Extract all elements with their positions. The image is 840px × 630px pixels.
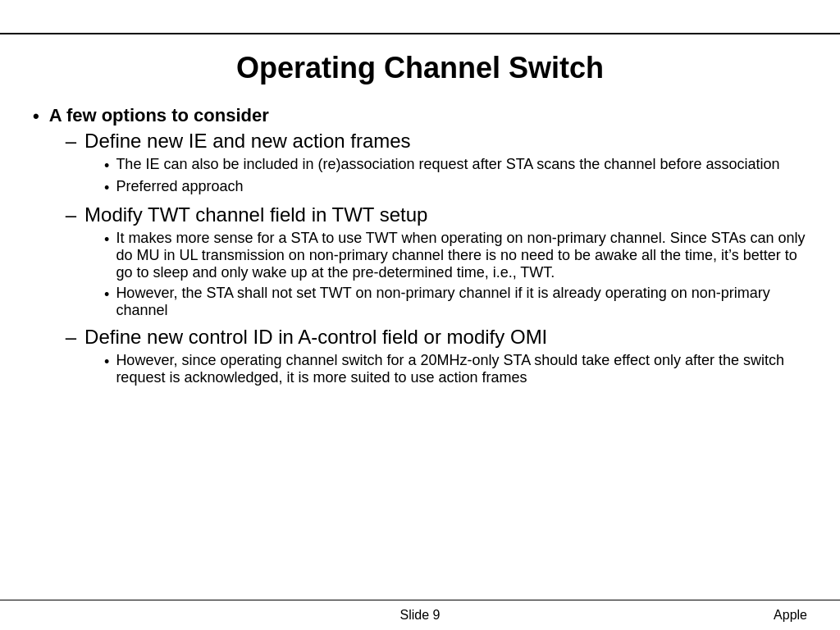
- level2-text: Modify TWT channel field in TWT setup: [84, 203, 427, 226]
- list-item: • It makes more sense for a STA to use T…: [104, 230, 807, 281]
- sub-bullet-icon: •: [104, 231, 109, 249]
- slide-content: • A few options to consider – Define new…: [0, 105, 840, 600]
- level2-list: – Define new IE and new action frames • …: [66, 130, 807, 390]
- sub-bullet-icon: •: [104, 180, 109, 197]
- level2-text: Define new control ID in A-control field…: [84, 326, 547, 348]
- level3-text: However, since operating channel switch …: [116, 352, 807, 386]
- level3-list: • However, since operating channel switc…: [104, 352, 807, 386]
- bullet-icon: •: [33, 106, 39, 127]
- level1-text: A few options to consider: [49, 105, 269, 126]
- top-border: [0, 33, 840, 34]
- list-item: • A few options to consider – Define new…: [33, 105, 807, 393]
- level3-text: The IE can also be included in (re)assoc…: [116, 156, 807, 173]
- list-item: • However, the STA shall not set TWT on …: [104, 285, 807, 319]
- list-item: – Define new IE and new action frames • …: [66, 130, 807, 200]
- level1-list: • A few options to consider – Define new…: [33, 105, 807, 393]
- level3-text: It makes more sense for a STA to use TWT…: [116, 230, 807, 281]
- level1-content: A few options to consider – Define new I…: [49, 105, 807, 393]
- dash-icon: –: [66, 203, 76, 226]
- level3-text: However, the STA shall not set TWT on no…: [116, 285, 807, 319]
- dash-icon: –: [66, 326, 76, 349]
- level3-text: Preferred approach: [116, 178, 807, 195]
- slide-container: Operating Channel Switch • A few options…: [0, 0, 840, 630]
- slide-footer: Slide 9 Apple: [0, 600, 840, 630]
- list-item: – Modify TWT channel field in TWT setup …: [66, 203, 807, 322]
- dash-icon: –: [66, 130, 76, 153]
- sub-bullet-icon: •: [104, 354, 109, 371]
- level3-list: • It makes more sense for a STA to use T…: [104, 230, 807, 319]
- list-item: • Preferred approach: [104, 178, 807, 197]
- level2-text: Define new IE and new action frames: [84, 130, 411, 152]
- slide-number: Slide 9: [400, 608, 441, 623]
- level2-content: Define new control ID in A-control field…: [84, 326, 807, 390]
- level2-content: Modify TWT channel field in TWT setup • …: [84, 203, 807, 322]
- list-item: • The IE can also be included in (re)ass…: [104, 156, 807, 175]
- level2-content: Define new IE and new action frames • Th…: [84, 130, 807, 200]
- company-name: Apple: [774, 608, 807, 623]
- sub-bullet-icon: •: [104, 286, 109, 304]
- list-item: – Define new control ID in A-control fie…: [66, 326, 807, 390]
- slide-title: Operating Channel Switch: [0, 51, 840, 85]
- level3-list: • The IE can also be included in (re)ass…: [104, 156, 807, 197]
- sub-bullet-icon: •: [104, 158, 109, 175]
- list-item: • However, since operating channel switc…: [104, 352, 807, 386]
